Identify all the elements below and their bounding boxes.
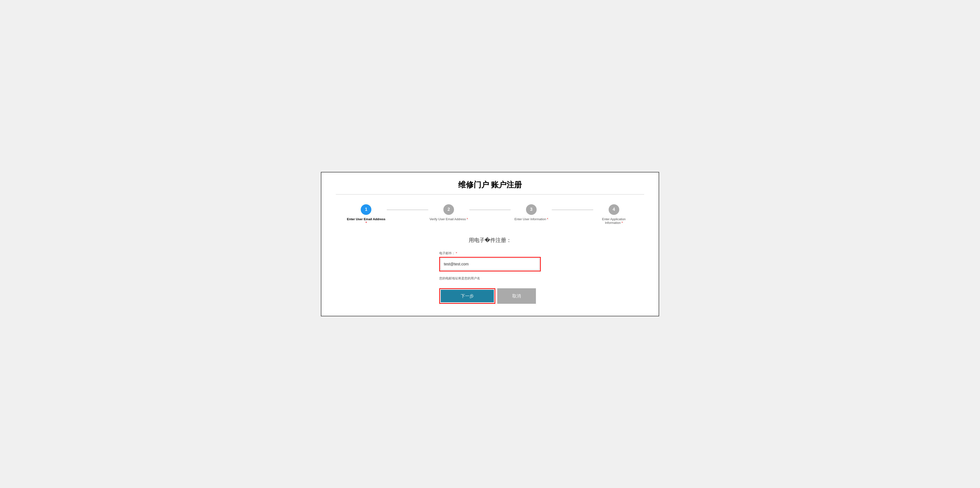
connector-3-4 — [552, 209, 593, 210]
email-form-group: 电子邮件： * — [439, 251, 541, 271]
cancel-button[interactable]: 取消 — [497, 288, 536, 304]
step-3-label: Enter User Information * — [514, 217, 548, 221]
form-subtitle: 用电子�件注册： — [469, 237, 512, 244]
step-1: 1 Enter User Email Address * — [345, 204, 387, 225]
email-label: 电子邮件： * — [439, 251, 541, 255]
button-row: 下一步 取消 — [439, 288, 541, 304]
step-2: 2 Verify User Email Address * — [428, 204, 469, 221]
page-container: 维修门户 账户注册 1 Enter User Email Address * 2… — [321, 172, 659, 316]
step-4-label: Enter Application Information * — [595, 217, 633, 225]
step-4-circle: 4 — [609, 204, 619, 215]
hint-group: 您的电邮地址将是您的用户名 — [439, 274, 541, 285]
connector-2-3 — [469, 209, 511, 210]
btn-next-wrapper: 下一步 — [439, 288, 495, 304]
form-hint: 您的电邮地址将是您的用户名 — [439, 276, 541, 280]
step-3-circle: 3 — [526, 204, 537, 215]
form-section: 用电子�件注册： 电子邮件： * 您的电邮地址将是您的用户名 下一步 取消 — [336, 237, 644, 304]
email-input-wrapper — [439, 257, 541, 271]
page-title: 维修门户 账户注册 — [336, 180, 644, 195]
step-2-label: Verify User Email Address * — [430, 217, 468, 221]
step-2-circle: 2 — [443, 204, 454, 215]
step-4: 4 Enter Application Information * — [593, 204, 635, 225]
connector-1-2 — [387, 209, 428, 210]
step-1-label: Enter User Email Address * — [347, 217, 385, 225]
step-1-circle: 1 — [361, 204, 371, 215]
stepper: 1 Enter User Email Address * 2 Verify Us… — [336, 204, 644, 225]
step-3: 3 Enter User Information * — [511, 204, 552, 221]
email-input[interactable] — [441, 258, 539, 270]
next-button[interactable]: 下一步 — [441, 290, 494, 302]
